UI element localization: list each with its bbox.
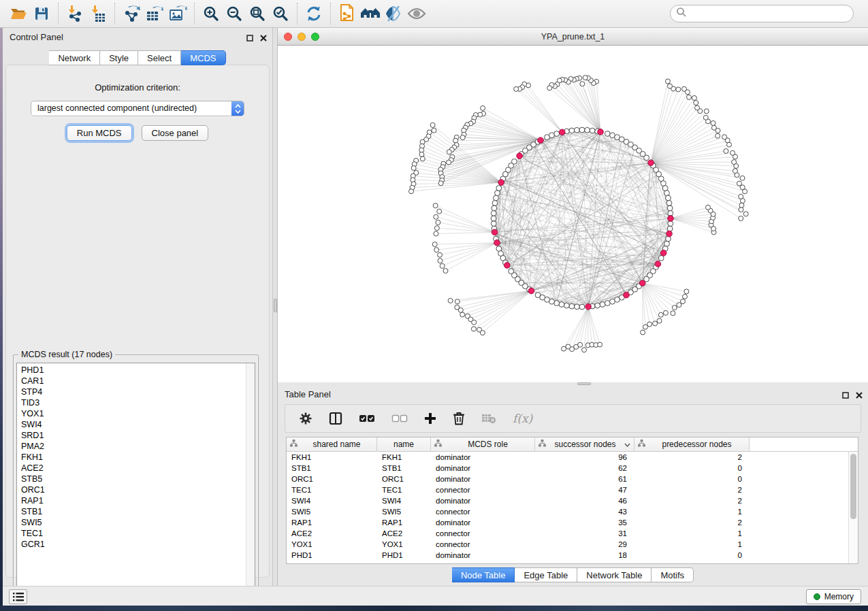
mcds-result-node[interactable]: SWI4 — [17, 419, 255, 430]
mcds-list-scrollbar[interactable] — [246, 363, 255, 603]
table-row[interactable]: SWI4 SWI4 dominator 46 2 — [287, 495, 848, 506]
control-panel-tab[interactable]: Network — [49, 50, 100, 65]
zoom-fit-icon[interactable] — [246, 3, 269, 24]
column-layout-icon[interactable] — [329, 412, 342, 425]
vertical-splitter[interactable] — [272, 28, 278, 586]
control-panel-tab[interactable]: Style — [100, 50, 138, 65]
network-view-window: YPA_prune.txt_1 — [278, 28, 868, 382]
run-mcds-button[interactable]: Run MCDS — [67, 125, 132, 141]
optimization-criterion-select[interactable]: largest connected component (undirected) — [31, 101, 244, 116]
network-titlebar[interactable]: YPA_prune.txt_1 — [278, 28, 868, 46]
save-icon[interactable] — [30, 3, 53, 24]
control-panel-title: Control Panel — [3, 32, 63, 42]
mcds-result-node[interactable]: RAP1 — [17, 495, 255, 506]
export-image-icon[interactable] — [166, 3, 189, 24]
table-row[interactable]: RAP1 RAP1 dominator 35 2 — [287, 517, 848, 528]
table-panel-tab[interactable]: Node Table — [452, 567, 515, 582]
deselect-all-checkboxes-icon[interactable] — [391, 414, 408, 423]
column-header-predecessor-nodes[interactable]: predecessor nodes — [634, 437, 750, 451]
sort-descending-icon — [624, 440, 630, 449]
add-column-icon[interactable] — [424, 412, 436, 425]
hierarchy-icon — [434, 440, 442, 449]
toolbar-separator — [58, 3, 59, 24]
toolbar-separator — [114, 3, 115, 24]
float-panel-icon[interactable] — [246, 32, 253, 44]
table-panel-header: Table Panel — [278, 385, 868, 403]
column-header-name[interactable]: name — [377, 437, 431, 451]
table-row[interactable]: TEC1 TEC1 connector 47 2 — [287, 484, 848, 495]
eye-icon[interactable] — [405, 3, 428, 24]
table-options-gear-icon[interactable] — [299, 412, 312, 425]
table-row[interactable]: SWI5 SWI5 connector 43 1 — [287, 506, 848, 517]
table-panel: Table Panel f(x) — [278, 385, 868, 586]
table-panel-title: Table Panel — [278, 389, 331, 399]
mcds-result-list[interactable]: PHD1CAR1STP4TID3YOX1SWI4SRD1PMA2FKH1ACE2… — [16, 363, 255, 604]
mcds-result-node[interactable]: PHD1 — [17, 365, 255, 376]
table-row[interactable]: STB1 STB1 dominator 62 0 — [287, 463, 848, 474]
mcds-result-node[interactable]: STB1 — [17, 506, 255, 517]
export-table-icon[interactable] — [143, 3, 166, 24]
open-file-icon[interactable] — [7, 3, 30, 24]
export-network-icon[interactable] — [120, 3, 143, 24]
mcds-result-node[interactable]: STB5 — [17, 474, 255, 484]
zoom-in-icon[interactable] — [199, 3, 223, 24]
table-panel-tab[interactable]: Network Table — [577, 567, 652, 582]
mcds-result-node[interactable]: SRD1 — [17, 430, 255, 441]
search-network-icon[interactable] — [359, 3, 382, 24]
mcds-result-node[interactable]: ORC1 — [17, 484, 255, 495]
table-scrollbar[interactable] — [848, 452, 858, 563]
delete-table-icon — [481, 413, 496, 424]
close-panel-button[interactable]: Close panel — [142, 125, 209, 141]
control-panel: Control Panel NetworkStyleSelectMCDS Opt… — [3, 28, 272, 586]
mcds-result-node[interactable]: TEC1 — [17, 528, 255, 539]
table-row[interactable]: PHD1 PHD1 dominator 18 0 — [287, 550, 848, 561]
memory-status-icon — [814, 593, 820, 600]
column-header-mcds-role[interactable]: MCDS role — [431, 437, 535, 451]
delete-column-icon[interactable] — [453, 412, 465, 425]
mcds-result-node[interactable]: PMA2 — [17, 441, 255, 452]
select-all-checkboxes-icon[interactable] — [359, 414, 375, 423]
mcds-tab-content: Optimization criterion: largest connecte… — [5, 65, 270, 578]
import-network-icon[interactable] — [63, 3, 86, 24]
task-history-button[interactable] — [9, 589, 27, 604]
mcds-result-node[interactable]: FKH1 — [17, 452, 255, 463]
table-row[interactable]: FKH1 FKH1 dominator 96 2 — [287, 452, 848, 463]
splitter-grip[interactable] — [274, 299, 277, 312]
table-panel-tab[interactable]: Edge Table — [515, 567, 577, 582]
network-from-selection-icon[interactable] — [336, 3, 359, 24]
column-header-shared-name[interactable]: shared name — [287, 437, 377, 451]
mcds-result-node[interactable]: CAR1 — [17, 376, 255, 386]
control-panel-tab[interactable]: MCDS — [181, 50, 225, 65]
zoom-out-icon[interactable] — [223, 3, 246, 24]
search-icon — [676, 7, 687, 20]
search-input[interactable] — [670, 5, 854, 22]
table-row[interactable]: ACE2 ACE2 connector 31 1 — [287, 528, 848, 539]
control-panel-tab[interactable]: Select — [138, 50, 181, 65]
zoom-selected-icon[interactable] — [269, 3, 292, 24]
memory-button[interactable]: Memory — [806, 589, 861, 604]
mcds-result-node[interactable]: ACE2 — [17, 463, 255, 474]
mcds-result-node[interactable]: TID3 — [17, 397, 255, 408]
desktop-wallpaper-edge — [0, 28, 3, 606]
table-row[interactable]: YOX1 YOX1 connector 29 1 — [287, 539, 848, 550]
refresh-icon[interactable] — [302, 3, 325, 24]
show-hide-details-icon[interactable] — [382, 3, 405, 24]
optimization-criterion-value: largest connected component (undirected) — [37, 103, 197, 113]
mcds-result-node[interactable]: YOX1 — [17, 408, 255, 419]
app-window: Control Panel NetworkStyleSelectMCDS Opt… — [0, 0, 868, 611]
list-icon — [13, 593, 24, 601]
network-canvas[interactable] — [278, 46, 868, 382]
close-panel-icon[interactable] — [260, 32, 267, 44]
float-panel-icon[interactable] — [842, 389, 849, 401]
mcds-result-node[interactable]: GCR1 — [17, 539, 255, 550]
close-panel-icon[interactable] — [856, 389, 863, 401]
mcds-result-node[interactable]: STP4 — [17, 386, 255, 397]
table-panel-tab[interactable]: Motifs — [652, 567, 694, 582]
table-row[interactable]: ORC1 ORC1 dominator 61 0 — [287, 474, 848, 484]
column-header-successor-nodes[interactable]: successor nodes — [535, 437, 634, 451]
main-toolbar — [0, 0, 868, 28]
table-scrollbar-thumb[interactable] — [850, 454, 856, 519]
import-table-icon[interactable] — [86, 3, 110, 24]
mcds-result-node[interactable]: SWI5 — [17, 517, 255, 528]
hierarchy-icon — [290, 440, 298, 449]
